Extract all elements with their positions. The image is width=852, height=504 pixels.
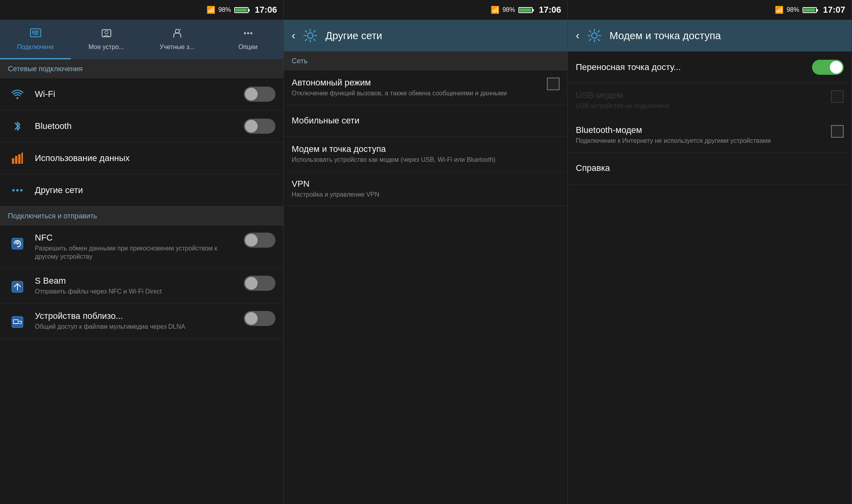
back-header-2: ‹ Другие сети [284, 20, 567, 51]
tethering-content: Модем и точка доступа Использовать устро… [292, 144, 560, 164]
bluetooth-toggle[interactable] [244, 119, 275, 134]
usbmodem-checkbox[interactable] [831, 90, 844, 103]
wifi-icon [8, 85, 27, 104]
vpn-item[interactable]: VPN Настройка и управление VPN [284, 172, 567, 207]
nfc-title: NFC [35, 233, 239, 243]
nearby-item[interactable]: Устройства поблизо... Общий доступ к фай… [0, 304, 283, 339]
svg-point-8 [247, 32, 249, 34]
section-network-header-2: Сеть [284, 51, 567, 70]
sbeam-icon [8, 277, 27, 296]
airplane-subtitle: Отключение функций вызовов, а также обме… [292, 89, 547, 98]
battery-percent-1: 98% [218, 6, 231, 13]
usbmodem-content: USB-модем USB-устройство не подключено [576, 90, 831, 110]
vpn-content: VPN Настройка и управление VPN [292, 179, 560, 199]
datausage-icon [8, 149, 27, 168]
btmodem-title: Bluetooth-модем [576, 125, 831, 135]
gear-icon-3 [586, 27, 603, 44]
nearby-icon [8, 313, 27, 332]
tab-mydevice-label: Мое устро... [88, 44, 124, 51]
wifi-item[interactable]: Wi-Fi [0, 78, 283, 110]
sbeam-title: S Beam [35, 276, 239, 286]
connections-tab-icon [30, 27, 42, 42]
svg-point-10 [17, 97, 19, 99]
vpn-title: VPN [292, 179, 560, 189]
hotspot-toggle[interactable] [812, 60, 844, 75]
svg-line-6 [179, 29, 181, 30]
btmodem-subtitle: Подключение к Интернету не используется … [576, 137, 831, 145]
airplane-item[interactable]: Автономный режим Отключение функций вызо… [284, 70, 567, 105]
back-button-2[interactable]: ‹ [292, 29, 295, 42]
svg-point-2 [32, 31, 34, 33]
airplane-checkbox[interactable] [547, 78, 560, 90]
nfc-content: NFC Разрешить обмен данными при прикосно… [35, 233, 239, 261]
btmodem-content: Bluetooth-модем Подключение к Интернету … [576, 125, 831, 145]
battery-icon-1 [234, 7, 249, 13]
vpn-subtitle: Настройка и управление VPN [292, 191, 560, 199]
time-3: 17:07 [823, 5, 845, 15]
tab-options[interactable]: Опции [213, 20, 283, 59]
nearby-subtitle: Общий доступ к файлам мультимедиа через … [35, 323, 239, 331]
wifi-content: Wi-Fi [35, 89, 239, 99]
other-networks-item[interactable]: Другие сети [0, 174, 283, 207]
tab-accounts[interactable]: Учетные з... [142, 20, 213, 59]
svg-point-7 [244, 32, 246, 34]
bluetooth-item[interactable]: Bluetooth [0, 110, 283, 142]
status-bar-3: 📶 98% 17:07 [568, 0, 852, 20]
tethering-item[interactable]: Модем и точка доступа Использовать устро… [284, 137, 567, 172]
help-content: Справка [576, 163, 844, 173]
airplane-content: Автономный режим Отключение функций вызо… [292, 78, 547, 98]
battery-percent-3: 98% [787, 6, 799, 13]
tab-connections[interactable]: Подключени [0, 20, 71, 59]
mydevice-tab-icon [101, 27, 112, 42]
svg-point-15 [12, 189, 15, 191]
signal-icon-3: 📶 [775, 6, 784, 14]
svg-point-25 [592, 33, 597, 38]
panel-tethering: 📶 98% 17:07 ‹ Модем и точка доступа Пере… [568, 0, 852, 504]
status-bar-1: 📶 98% 17:06 [0, 0, 283, 20]
mobile-content: Мобильные сети [292, 116, 560, 126]
panel-connections: 📶 98% 17:06 Подключени [0, 0, 284, 504]
usbmodem-subtitle: USB-устройство не подключено [576, 102, 831, 110]
battery-icon-2 [518, 7, 533, 13]
datausage-item[interactable]: Использование данных [0, 142, 283, 174]
svg-rect-14 [21, 153, 23, 164]
tethering-title: Модем и точка доступа [292, 144, 560, 154]
help-item[interactable]: Справка [568, 153, 852, 184]
sbeam-toggle[interactable] [244, 276, 275, 291]
wifi-toggle[interactable] [244, 87, 275, 102]
svg-point-19 [17, 243, 18, 244]
tab-connections-label: Подключени [17, 44, 54, 51]
help-title: Справка [576, 163, 844, 173]
nfc-item[interactable]: NFC Разрешить обмен данными при прикосно… [0, 225, 283, 269]
btmodem-checkbox[interactable] [831, 125, 844, 138]
mobile-item[interactable]: Мобильные сети [284, 105, 567, 137]
back-button-3[interactable]: ‹ [576, 29, 579, 42]
sbeam-item[interactable]: S Beam Отправить файлы через NFC и Wi-Fi… [0, 269, 283, 304]
nearby-content: Устройства поблизо... Общий доступ к фай… [35, 311, 239, 331]
tab-options-label: Опции [238, 44, 257, 51]
hotspot-item[interactable]: Переносная точка досту... [568, 51, 852, 83]
section-connect-label: Подключиться и отправить [8, 212, 97, 220]
nfc-toggle[interactable] [244, 233, 275, 248]
nearby-toggle[interactable] [244, 311, 275, 326]
back-header-3: ‹ Модем и точка доступа [568, 20, 852, 51]
svg-rect-12 [15, 156, 17, 164]
tab-mydevice[interactable]: Мое устро... [71, 20, 142, 59]
wifi-title: Wi-Fi [35, 89, 239, 99]
bluetooth-icon [8, 117, 27, 136]
usbmodem-item[interactable]: USB-модем USB-устройство не подключено [568, 83, 852, 118]
usbmodem-title: USB-модем [576, 90, 831, 100]
other-networks-title: Другие сети [35, 185, 275, 195]
bluetooth-content: Bluetooth [35, 121, 239, 131]
datausage-content: Использование данных [35, 153, 275, 163]
hotspot-title: Переносная точка досту... [576, 62, 807, 72]
datausage-title: Использование данных [35, 153, 275, 163]
time-2: 17:06 [539, 5, 561, 15]
top-tabs: Подключени Мое устро... Учетные з... [0, 20, 283, 59]
mobile-title: Мобильные сети [292, 116, 560, 126]
svg-point-17 [20, 189, 23, 191]
other-networks-icon [8, 181, 27, 200]
options-tab-icon [242, 27, 254, 42]
nearby-title: Устройства поблизо... [35, 311, 239, 321]
btmodem-item[interactable]: Bluetooth-модем Подключение к Интернету … [568, 118, 852, 153]
